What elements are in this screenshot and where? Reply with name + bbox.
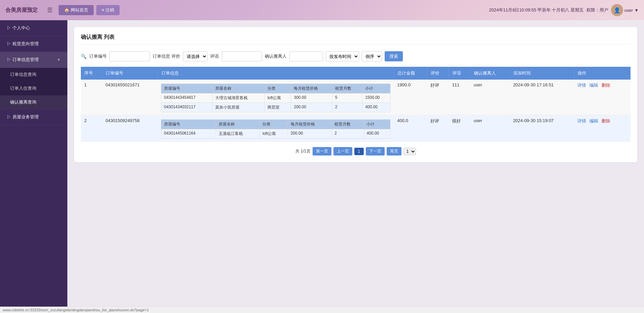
inner-table-head-1: 房屋编号 房屋名称 分类 每月租赁价格 租赁月数 小计 [161,84,390,93]
status-bar: www.csbishe.cn:33333/ssm_zxzufangsite/di… [0,307,644,313]
search-button[interactable]: 搜索 [385,51,403,61]
table-wrapper: 序号 订单编号 订单信息 总计金额 评价 评语 确认搬离人 添加时间 操作 [81,67,631,142]
sidebar-item-order-query[interactable]: 订单信息查询 [0,68,67,82]
next-page-button[interactable]: 下一页 [366,147,385,155]
inner-col-category: 分类 [265,84,291,93]
cell-order-no-2: 04301509249758 [102,115,158,142]
goto-page-select[interactable]: 1 [404,148,416,155]
sidebar-order-submenu: 订单信息查询 订单入住查询 确认搬离查询 [0,68,67,109]
cell-rating-2: 好评 [427,115,449,142]
sort-order-select[interactable]: 倒序 正序 [362,51,382,61]
col-actions: 操作 [574,67,631,80]
cell-actions-2: 详情 编辑 删除 [574,115,631,142]
inner-col-category: 分类 [260,120,288,129]
page-title: 确认搬离 列表 [81,34,631,45]
inner-cell: 200.00 [288,129,331,139]
inner-col-subtotal: 小计 [364,120,390,129]
col-order-info: 订单信息 [158,67,394,80]
col-add-time: 添加时间 [510,67,574,80]
sidebar-rental-label: ▷ 租赁意向管理 [7,41,39,47]
search-icon: 🔍 [81,54,87,59]
last-page-button[interactable]: 尾页 [387,147,401,155]
cell-order-info-2: 房屋编号 房屋名称 分类 每月租赁价格 租赁月数 小计 [158,115,394,142]
detail-link-1[interactable]: 详情 [577,83,586,88]
sidebar-item-order-checkin[interactable]: 订单入住查询 [0,82,67,95]
inner-cell: 400.00 [362,103,390,112]
inner-cell: 04301445061164 [161,129,216,139]
comment-input[interactable] [222,51,262,61]
header: 合美房屋预定 ☰ 🏠 网站首页 ≡ 注销 2024年11月8日10:09:55 … [0,0,644,20]
info-rating-label: 订单信息 评价 [153,53,180,59]
col-index: 序号 [81,67,102,80]
datetime-display: 2024年11月8日10:09:55 甲辰年 十月初八 星期五 [489,7,584,13]
comment-label: 评语 [210,53,219,59]
inner-cell: 2 [332,129,364,139]
rating-select[interactable]: 请选择 好评 中评 差评 [183,51,207,61]
current-page-number: 1 [354,148,364,155]
mover-label: 确认搬离人 [265,53,287,59]
inner-cell: 两层室 [265,103,291,112]
inner-col-room-name: 房屋名称 [216,120,259,129]
logout-button[interactable]: ≡ 注销 [96,5,120,15]
inner-col-monthly-price: 每月租赁价格 [288,120,331,129]
cell-add-time-1: 2024-09-30 17:16:51 [510,80,574,115]
logo: 合美房屋预定 [5,7,38,14]
header-right: 2024年11月8日10:09:55 甲辰年 十月初八 星期五 权限：用户 👤 … [489,4,639,16]
table-body: 1 04301655021671 房屋编号 房屋名称 分类 [81,80,631,142]
content-card: 确认搬离 列表 🔍 订单编号 订单信息 评价 请选择 好评 中评 差评 评语 确… [74,27,637,162]
cell-index-2: 2 [81,115,102,142]
sidebar-item-order-move[interactable]: 确认搬离查询 [0,95,67,109]
table-header-row: 序号 订单编号 订单信息 总计金额 评价 评语 确认搬离人 添加时间 操作 [81,67,631,80]
avatar: 👤 [611,4,623,16]
inner-cell: 5 [332,93,362,103]
cell-add-time-2: 2024-09-30 15:19:07 [510,115,574,142]
home-button[interactable]: 🏠 网站首页 [59,5,94,15]
menu-toggle-button[interactable]: ☰ [44,5,55,15]
inner-table-head-2: 房屋编号 房屋名称 分类 每月租赁价格 租赁月数 小计 [161,120,390,129]
sidebar-order-label: ▷ 订单信息管理 [7,57,39,63]
order-query-label: 订单信息查询 [10,72,36,77]
order-no-input[interactable] [109,51,150,61]
cell-mover-1: user [470,80,510,115]
col-mover: 确认搬离人 [470,67,510,80]
inner-cell: 300.00 [291,93,332,103]
col-total: 总计金额 [394,67,427,80]
status-url: www.csbishe.cn:33333/ssm_zxzufangsite/di… [3,308,149,312]
table-row: 2 04301509249758 房屋编号 房屋名称 分类 [81,115,631,142]
sidebar-item-housing[interactable]: ▷ 房屋业务管理 [0,109,67,125]
dropdown-icon: ▼ [634,8,639,13]
first-page-button[interactable]: 第一页 [313,147,331,155]
menu-icon: ☰ [47,7,53,13]
inner-col-months: 租赁月数 [332,120,364,129]
sidebar-item-rental[interactable]: ▷ 租赁意向管理 [0,36,67,52]
cell-comment-1: 111 [449,80,470,115]
inner-cell: 04301434032117 [161,103,213,112]
inner-table-1: 房屋编号 房屋名称 分类 每月租赁价格 租赁月数 小计 [161,84,390,112]
edit-link-2[interactable]: 编辑 [589,118,598,123]
delete-link-2[interactable]: 删除 [602,118,610,123]
edit-link-1[interactable]: 编辑 [589,83,598,88]
mover-input[interactable] [289,51,323,61]
detail-link-2[interactable]: 详情 [577,118,586,123]
inner-col-subtotal: 小计 [362,84,390,93]
inner-cell: 200.00 [291,103,332,112]
inner-cell: loft公寓 [265,93,291,103]
inner-col-monthly-price: 每月租赁价格 [291,84,332,93]
inner-col-months: 租赁月数 [332,84,362,93]
prev-page-button[interactable]: 上一页 [333,147,352,155]
order-checkin-label: 订单入住查询 [10,86,36,91]
delete-link-1[interactable]: 删除 [602,83,610,88]
inner-cell: loft公寓 [260,129,288,139]
total-pages-text: 共 1/1页 [295,148,310,154]
sort-field-select[interactable]: 按发布时间 [326,51,359,61]
sidebar-item-order[interactable]: ▷ 订单信息管理 ▼ [0,52,67,68]
user-dropdown[interactable]: 👤 user ▼ [611,4,639,16]
inner-row: 04301445061164 玉溪临江客栈 loft公寓 200.00 2 40… [161,129,390,139]
inner-cell: 400.00 [364,129,390,139]
cell-mover-2: user [470,115,510,142]
inner-col-room-name: 房屋名称 [212,84,264,93]
inner-cell: 1500.00 [362,93,390,103]
table-head: 序号 订单编号 订单信息 总计金额 评价 评语 确认搬离人 添加时间 操作 [81,67,631,80]
cell-rating-1: 好评 [427,80,449,115]
sidebar-item-personal[interactable]: ▷ 个人中心 [0,20,67,36]
